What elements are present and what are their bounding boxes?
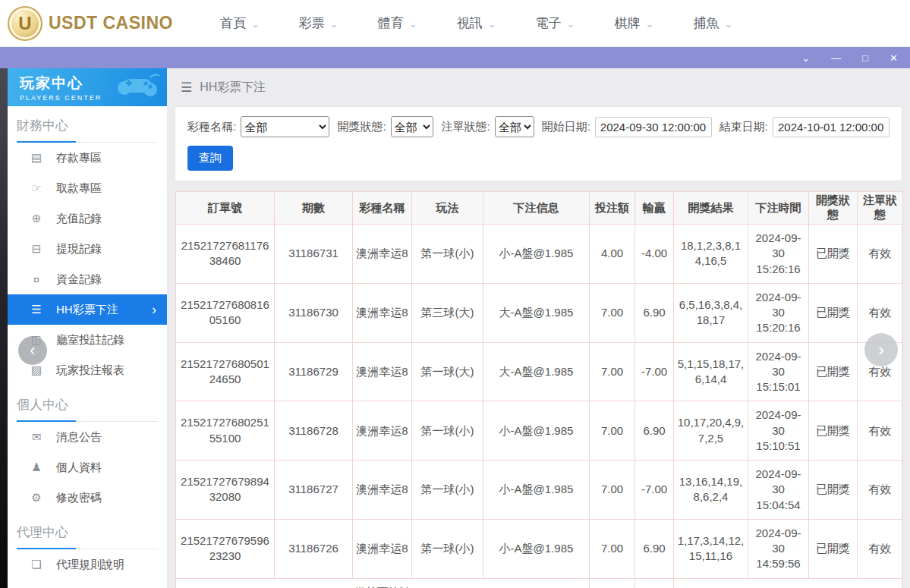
collapse-window-icon[interactable]: ⌄	[801, 53, 810, 63]
maximize-icon[interactable]: □	[862, 53, 868, 63]
sidebar-item-withdraw[interactable]: ☞ 取款專區	[8, 173, 167, 203]
table-cell: 有效	[858, 225, 903, 284]
table-cell: 6,5,16,3,8,4,18,17	[674, 283, 748, 342]
withdrawal-record-icon: ⊟	[29, 242, 44, 256]
column-header: 注單狀態	[858, 192, 903, 225]
table-cell: 已開獎	[809, 342, 858, 401]
column-header: 開獎狀態	[809, 192, 858, 225]
table-cell: 2024-09-30 15:15:01	[748, 342, 809, 401]
sidebar-item-change-password[interactable]: ⚙ 修改密碼	[8, 483, 167, 513]
table-cell: 2152172768081605160	[176, 283, 275, 342]
table-cell: 7.00	[590, 283, 635, 342]
bet-report-icon: ▨	[29, 363, 44, 377]
sidebar-item-lottery-bets[interactable]: ☰ HH彩票下注 ›	[8, 294, 167, 325]
start-date-input[interactable]	[595, 117, 712, 137]
sidebar-item-agent-rules[interactable]: ❏ 代理規則說明	[8, 549, 167, 580]
menu-toggle-icon[interactable]: ☰	[181, 80, 192, 96]
draw-status-label: 開獎狀態:	[337, 120, 386, 134]
table-cell: 已開獎	[809, 225, 858, 284]
table-cell: 13,16,14,19,8,6,2,4	[674, 461, 748, 520]
table-cell: 2152172768025155100	[176, 401, 275, 461]
table-cell: 第一球(大)	[412, 342, 483, 401]
chevron-right-icon: ›	[152, 303, 156, 316]
section-title: 財務中心	[17, 117, 158, 143]
table-cell: 2024-09-30 14:59:56	[748, 519, 809, 578]
nav-item-6[interactable]: 捕魚 ⌄	[693, 14, 732, 32]
main-menu: 首頁 ⌄ 彩票 ⌄ 體育 ⌄ 視訊 ⌄ 電子 ⌄ 棋牌 ⌄ 捕魚 ⌄	[220, 14, 732, 32]
table-cell: 7.00	[590, 519, 635, 578]
lottery-bets-icon: ☰	[29, 303, 44, 316]
logo-text: USDT CASINO	[49, 13, 173, 33]
table-cell: 2152172767959623230	[176, 519, 275, 578]
change-password-icon: ⚙	[29, 491, 44, 505]
breadcrumb: ☰ HH彩票下注	[175, 68, 902, 106]
sidebar-item-funds-record[interactable]: ¤ 資金記錄	[8, 264, 167, 294]
table-cell: 2024-09-30 15:04:54	[748, 461, 809, 520]
chevron-down-icon: ⌄	[251, 18, 260, 30]
draw-status-select[interactable]: 全部	[391, 116, 434, 137]
table-cell: 第三球(大)	[412, 283, 483, 342]
summary-row: 當前頁統計 39.00 2.70	[176, 578, 903, 588]
collapse-sidebar-button[interactable]: ‹	[18, 336, 47, 365]
sidebar-item-recharge-record[interactable]: ⊕ 充值記錄	[8, 203, 167, 234]
sidebar-item-announcements[interactable]: ✉ 消息公告	[8, 422, 167, 452]
nav-item-2[interactable]: 體育 ⌄	[378, 14, 417, 32]
table-row: 215217276808160516031186730澳洲幸运8第三球(大)大-…	[176, 283, 903, 342]
table-cell: 31186730	[275, 283, 353, 342]
logo[interactable]: U USDT CASINO	[8, 6, 173, 41]
column-header: 投注額	[590, 192, 635, 225]
nav-item-4[interactable]: 電子 ⌄	[536, 14, 575, 32]
chevron-down-icon: ⌄	[488, 18, 496, 30]
bets-table-card: 訂單號期數彩種名稱玩法下注信息投注額輸贏開獎結果下注時間開獎狀態注單狀態2152…	[175, 190, 902, 588]
table-cell: 2024-09-30 15:20:16	[748, 283, 809, 342]
nav-item-1[interactable]: 彩票 ⌄	[299, 14, 338, 32]
section-title: 代理中心	[17, 524, 158, 549]
column-header: 下注信息	[483, 192, 590, 225]
recharge-record-icon: ⊕	[29, 212, 44, 225]
end-date-input[interactable]	[773, 117, 890, 137]
nav-item-0[interactable]: 首頁 ⌄	[220, 14, 260, 32]
chevron-down-icon: ⌄	[645, 18, 653, 30]
table-cell: 2152172768050124650	[176, 342, 275, 401]
table-cell: 31186727	[275, 461, 353, 520]
table-cell: 1,17,3,14,12,15,11,16	[674, 519, 748, 578]
nav-item-3[interactable]: 視訊 ⌄	[457, 14, 496, 32]
table-cell: 已開獎	[809, 461, 858, 520]
funds-record-icon: ¤	[29, 273, 44, 286]
chevron-down-icon: ⌄	[409, 18, 417, 30]
start-date-label: 開始日期:	[542, 120, 590, 134]
summary-empty	[674, 578, 903, 588]
next-arrow-button[interactable]: ›	[864, 333, 898, 366]
column-header: 期數	[275, 192, 353, 225]
filter-panel: 彩種名稱: 全部 開獎狀態: 全部 注單狀態: 全部 開始日期: 結束日期: 查…	[175, 106, 902, 181]
background-strip	[0, 68, 8, 588]
query-button[interactable]: 查詢	[187, 146, 233, 171]
sidebar-item-profile[interactable]: ♟ 個人資料	[8, 452, 167, 483]
minimize-icon[interactable]: —	[831, 53, 841, 63]
table-cell: 小-A盤@1.985	[483, 519, 590, 578]
table-cell: 澳洲幸运8	[353, 461, 412, 520]
order-status-select[interactable]: 全部	[495, 116, 534, 137]
summary-winloss-total: 2.70	[635, 578, 674, 588]
nav-item-5[interactable]: 棋牌 ⌄	[614, 14, 653, 32]
table-row: 215217276802515510031186728澳洲幸运8第一球(小)小-…	[176, 401, 903, 461]
sidebar-item-withdrawal-record[interactable]: ⊟ 提現記錄	[8, 234, 167, 264]
table-cell: 澳洲幸运8	[353, 519, 412, 578]
column-header: 玩法	[412, 192, 483, 225]
table-cell: 小-A盤@1.985	[483, 461, 590, 520]
table-cell: 4.00	[590, 225, 635, 284]
sidebar-item-deposit[interactable]: ▤ 存款專區	[8, 143, 167, 173]
table-cell: 澳洲幸运8	[353, 401, 412, 461]
bets-table: 訂單號期數彩種名稱玩法下注信息投注額輸贏開獎結果下注時間開獎狀態注單狀態2152…	[175, 191, 903, 588]
close-icon[interactable]: ✕	[890, 53, 898, 63]
table-cell: 第一球(小)	[412, 225, 483, 284]
table-cell: 第一球(小)	[412, 519, 483, 578]
table-cell: 已開獎	[809, 283, 858, 342]
table-row: 215217276805012465031186729澳洲幸运8第一球(大)大-…	[176, 342, 903, 401]
table-cell: 5,1,15,18,17,6,14,4	[674, 342, 748, 401]
sidebar: 玩家中心 PLAYERS CENTER 財務中心 ▤ 存款專區 ☞ 取款專區	[8, 68, 167, 588]
lottery-select[interactable]: 全部	[241, 116, 329, 137]
table-cell: 已開獎	[809, 519, 858, 578]
table-cell: 小-A盤@1.985	[483, 225, 590, 284]
deposit-icon: ▤	[29, 151, 44, 165]
